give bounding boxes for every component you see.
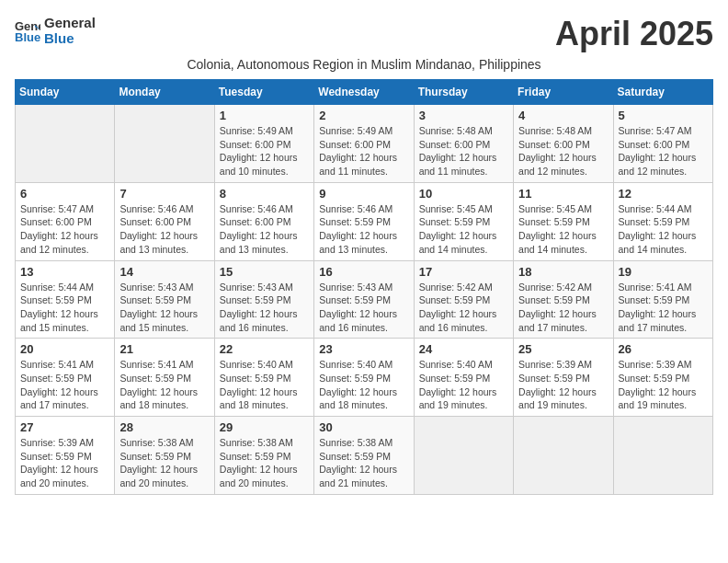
day-number: 14 — [119, 265, 209, 279]
calendar-cell: 8Sunrise: 5:46 AM Sunset: 6:00 PM Daylig… — [214, 182, 313, 260]
calendar-cell: 9Sunrise: 5:46 AM Sunset: 5:59 PM Daylig… — [314, 182, 414, 260]
day-number: 17 — [419, 265, 508, 279]
day-number: 27 — [20, 420, 109, 434]
day-number: 5 — [619, 109, 708, 122]
day-number: 3 — [419, 109, 508, 122]
cell-info: Sunrise: 5:39 AM Sunset: 5:59 PM Dayligh… — [619, 358, 708, 412]
weekday-header-wednesday: Wednesday — [314, 80, 414, 105]
cell-info: Sunrise: 5:46 AM Sunset: 5:59 PM Dayligh… — [319, 202, 408, 257]
weekday-header-row: SundayMondayTuesdayWednesdayThursdayFrid… — [16, 80, 713, 105]
day-number: 10 — [419, 187, 508, 201]
weekday-header-monday: Monday — [115, 80, 214, 105]
day-number: 23 — [319, 342, 408, 356]
calendar-cell: 12Sunrise: 5:44 AM Sunset: 5:59 PM Dayli… — [613, 182, 712, 260]
calendar-cell: 10Sunrise: 5:45 AM Sunset: 5:59 PM Dayli… — [414, 182, 513, 260]
calendar-week-1: 1Sunrise: 5:49 AM Sunset: 6:00 PM Daylig… — [16, 105, 713, 183]
cell-info: Sunrise: 5:41 AM Sunset: 5:59 PM Dayligh… — [119, 358, 209, 412]
day-number: 20 — [20, 342, 109, 356]
day-number: 9 — [319, 187, 408, 201]
cell-info: Sunrise: 5:42 AM Sunset: 5:59 PM Dayligh… — [518, 281, 608, 335]
calendar-cell: 25Sunrise: 5:39 AM Sunset: 5:59 PM Dayli… — [514, 339, 613, 417]
calendar-cell: 27Sunrise: 5:39 AM Sunset: 5:59 PM Dayli… — [16, 417, 115, 495]
day-number: 18 — [518, 265, 608, 279]
cell-info: Sunrise: 5:47 AM Sunset: 6:00 PM Dayligh… — [20, 202, 109, 257]
day-number: 12 — [619, 187, 708, 201]
calendar-cell — [613, 417, 712, 495]
day-number: 16 — [319, 265, 408, 279]
day-number: 15 — [220, 265, 309, 279]
day-number: 1 — [220, 109, 309, 122]
calendar-cell: 22Sunrise: 5:40 AM Sunset: 5:59 PM Dayli… — [214, 339, 313, 417]
day-number: 25 — [518, 342, 608, 356]
cell-info: Sunrise: 5:39 AM Sunset: 5:59 PM Dayligh… — [518, 358, 608, 412]
day-number: 24 — [419, 342, 508, 356]
weekday-header-saturday: Saturday — [613, 80, 712, 105]
calendar-week-2: 6Sunrise: 5:47 AM Sunset: 6:00 PM Daylig… — [16, 182, 713, 260]
cell-info: Sunrise: 5:43 AM Sunset: 5:59 PM Dayligh… — [220, 281, 309, 335]
calendar-cell: 11Sunrise: 5:45 AM Sunset: 5:59 PM Dayli… — [514, 182, 613, 260]
logo: General Blue General Blue — [15, 15, 96, 46]
calendar-cell — [16, 105, 115, 183]
calendar-cell — [414, 417, 513, 495]
cell-info: Sunrise: 5:40 AM Sunset: 5:59 PM Dayligh… — [419, 358, 508, 412]
subtitle: Colonia, Autonomous Region in Muslim Min… — [15, 57, 713, 72]
day-number: 4 — [518, 109, 608, 122]
calendar-cell: 28Sunrise: 5:38 AM Sunset: 5:59 PM Dayli… — [115, 417, 214, 495]
calendar-cell: 13Sunrise: 5:44 AM Sunset: 5:59 PM Dayli… — [16, 260, 115, 339]
calendar-cell: 2Sunrise: 5:49 AM Sunset: 6:00 PM Daylig… — [314, 105, 414, 183]
calendar-cell: 4Sunrise: 5:48 AM Sunset: 6:00 PM Daylig… — [514, 105, 613, 183]
calendar-cell: 24Sunrise: 5:40 AM Sunset: 5:59 PM Dayli… — [414, 339, 513, 417]
calendar-cell: 26Sunrise: 5:39 AM Sunset: 5:59 PM Dayli… — [613, 339, 712, 417]
calendar-cell: 20Sunrise: 5:41 AM Sunset: 5:59 PM Dayli… — [16, 339, 115, 417]
day-number: 13 — [20, 265, 109, 279]
cell-info: Sunrise: 5:46 AM Sunset: 6:00 PM Dayligh… — [119, 202, 209, 257]
calendar-cell: 7Sunrise: 5:46 AM Sunset: 6:00 PM Daylig… — [115, 182, 214, 260]
header: General Blue General Blue April 2025 — [15, 15, 713, 53]
weekday-header-sunday: Sunday — [16, 80, 115, 105]
cell-info: Sunrise: 5:38 AM Sunset: 5:59 PM Dayligh… — [319, 436, 408, 490]
logo-icon: General Blue — [15, 17, 40, 43]
cell-info: Sunrise: 5:41 AM Sunset: 5:59 PM Dayligh… — [20, 358, 109, 412]
day-number: 28 — [119, 420, 209, 434]
day-number: 6 — [20, 187, 109, 201]
calendar-cell: 14Sunrise: 5:43 AM Sunset: 5:59 PM Dayli… — [115, 260, 214, 339]
cell-info: Sunrise: 5:42 AM Sunset: 5:59 PM Dayligh… — [419, 281, 508, 335]
calendar-cell: 16Sunrise: 5:43 AM Sunset: 5:59 PM Dayli… — [314, 260, 414, 339]
calendar-cell: 5Sunrise: 5:47 AM Sunset: 6:00 PM Daylig… — [613, 105, 712, 183]
calendar-cell: 6Sunrise: 5:47 AM Sunset: 6:00 PM Daylig… — [16, 182, 115, 260]
calendar-cell: 23Sunrise: 5:40 AM Sunset: 5:59 PM Dayli… — [314, 339, 414, 417]
cell-info: Sunrise: 5:40 AM Sunset: 5:59 PM Dayligh… — [319, 358, 408, 412]
calendar-table: SundayMondayTuesdayWednesdayThursdayFrid… — [15, 79, 713, 495]
day-number: 8 — [220, 187, 309, 201]
calendar-week-3: 13Sunrise: 5:44 AM Sunset: 5:59 PM Dayli… — [16, 260, 713, 339]
calendar-cell: 1Sunrise: 5:49 AM Sunset: 6:00 PM Daylig… — [214, 105, 313, 183]
calendar-cell — [514, 417, 613, 495]
day-number: 22 — [220, 342, 309, 356]
cell-info: Sunrise: 5:38 AM Sunset: 5:59 PM Dayligh… — [119, 436, 209, 490]
weekday-header-thursday: Thursday — [414, 80, 513, 105]
month-title: April 2025 — [555, 15, 713, 53]
day-number: 29 — [220, 420, 309, 434]
cell-info: Sunrise: 5:45 AM Sunset: 5:59 PM Dayligh… — [518, 202, 608, 257]
calendar-cell: 29Sunrise: 5:38 AM Sunset: 5:59 PM Dayli… — [214, 417, 313, 495]
calendar-week-4: 20Sunrise: 5:41 AM Sunset: 5:59 PM Dayli… — [16, 339, 713, 417]
cell-info: Sunrise: 5:38 AM Sunset: 5:59 PM Dayligh… — [220, 436, 309, 490]
cell-info: Sunrise: 5:43 AM Sunset: 5:59 PM Dayligh… — [319, 281, 408, 335]
calendar-cell: 30Sunrise: 5:38 AM Sunset: 5:59 PM Dayli… — [314, 417, 414, 495]
cell-info: Sunrise: 5:43 AM Sunset: 5:59 PM Dayligh… — [119, 281, 209, 335]
calendar-cell: 17Sunrise: 5:42 AM Sunset: 5:59 PM Dayli… — [414, 260, 513, 339]
day-number: 30 — [319, 420, 408, 434]
calendar-week-5: 27Sunrise: 5:39 AM Sunset: 5:59 PM Dayli… — [16, 417, 713, 495]
cell-info: Sunrise: 5:46 AM Sunset: 6:00 PM Dayligh… — [220, 202, 309, 257]
day-number: 2 — [319, 109, 408, 122]
day-number: 11 — [518, 187, 608, 201]
cell-info: Sunrise: 5:45 AM Sunset: 5:59 PM Dayligh… — [419, 202, 508, 257]
cell-info: Sunrise: 5:44 AM Sunset: 5:59 PM Dayligh… — [619, 202, 708, 257]
cell-info: Sunrise: 5:47 AM Sunset: 6:00 PM Dayligh… — [619, 124, 708, 178]
day-number: 7 — [119, 187, 209, 201]
weekday-header-tuesday: Tuesday — [214, 80, 313, 105]
cell-info: Sunrise: 5:40 AM Sunset: 5:59 PM Dayligh… — [220, 358, 309, 412]
cell-info: Sunrise: 5:48 AM Sunset: 6:00 PM Dayligh… — [518, 124, 608, 178]
day-number: 19 — [619, 265, 708, 279]
calendar-cell — [115, 105, 214, 183]
